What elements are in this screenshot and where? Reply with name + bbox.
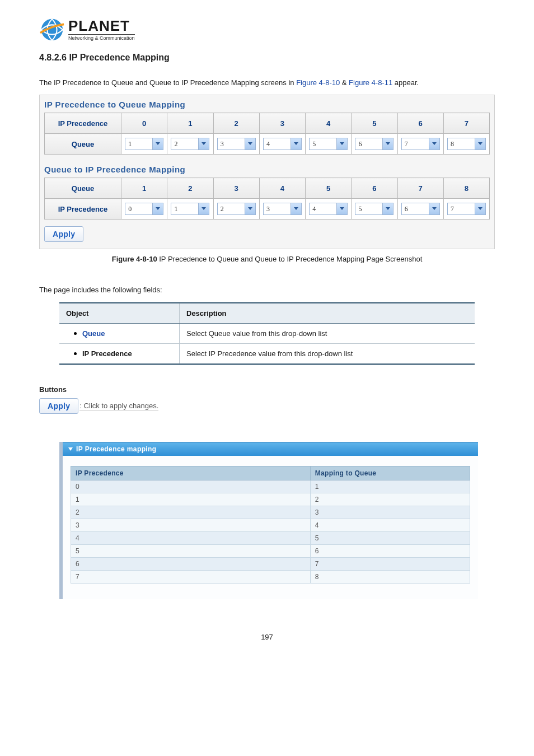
- status-panel: IP Precedence mapping IP Precedence Mapp…: [59, 442, 478, 599]
- prec-select-4[interactable]: 3: [263, 203, 302, 215]
- table-row: 67: [71, 558, 470, 571]
- fields-col-object: Object: [59, 303, 180, 324]
- prec-select-2[interactable]: 1: [171, 203, 209, 215]
- q2p-title: Queue to IP Precedence Mapping: [44, 165, 490, 174]
- queue-select-2[interactable]: 3: [217, 138, 256, 150]
- queue-select-5[interactable]: 6: [355, 138, 394, 150]
- caret-down-icon: [68, 447, 73, 451]
- figure-link-2[interactable]: Figure 4-8-11: [349, 78, 392, 87]
- p2q-table: IP Precedence 0 1 2 3 4 5 6 7 Queue 1 2 …: [44, 113, 490, 155]
- queue-select-6[interactable]: 7: [401, 138, 440, 150]
- prec-select-5[interactable]: 4: [309, 203, 348, 215]
- fields-col-desc: Description: [180, 303, 475, 324]
- queue-select-7[interactable]: 8: [447, 138, 486, 150]
- table-row: 78: [71, 571, 470, 584]
- chevron-down-icon: [152, 138, 163, 150]
- fields-intro: The page includes the following fields:: [39, 286, 495, 294]
- chevron-down-icon: [291, 138, 301, 150]
- chevron-down-icon: [475, 203, 485, 214]
- figure-caption: Figure 4-8-10 IP Precedence to Queue and…: [39, 255, 495, 263]
- chevron-down-icon: [152, 203, 163, 214]
- q2p-h6: 6: [352, 178, 397, 199]
- chevron-down-icon: [429, 138, 439, 150]
- q2p-h4: 4: [259, 178, 305, 199]
- chevron-down-icon: [382, 138, 393, 150]
- p2q-queue-label: Queue: [45, 134, 121, 155]
- chevron-down-icon: [291, 203, 301, 214]
- prec-select-6[interactable]: 5: [355, 203, 394, 215]
- p2q-h4: 4: [306, 113, 352, 134]
- p2q-h2: 2: [213, 113, 259, 134]
- p2q-h3: 3: [259, 113, 305, 134]
- table-row: 23: [71, 506, 470, 519]
- chevron-down-icon: [198, 138, 209, 150]
- q2p-h8: 8: [443, 178, 489, 199]
- p2q-title: IP Precedence to Queue Mapping: [44, 100, 490, 109]
- chevron-down-icon: [245, 138, 255, 150]
- chevron-down-icon: [336, 203, 347, 214]
- q2p-h5: 5: [306, 178, 352, 199]
- p2q-h1: 1: [167, 113, 213, 134]
- status-panel-header[interactable]: IP Precedence mapping: [63, 442, 478, 456]
- queue-select-0[interactable]: 1: [125, 138, 163, 150]
- chevron-down-icon: [336, 138, 347, 150]
- status-col-prec: IP Precedence: [71, 466, 311, 480]
- queue-select-4[interactable]: 5: [309, 138, 348, 150]
- prec-select-3[interactable]: 2: [217, 203, 256, 215]
- buttons-heading: Buttons: [39, 385, 495, 394]
- figure-link-1[interactable]: Figure 4-8-10: [296, 78, 340, 87]
- brand-text: PLANET: [68, 18, 135, 33]
- p2q-h5: 5: [352, 113, 397, 134]
- apply-button-small[interactable]: Apply: [39, 398, 78, 414]
- section-heading: 4.8.2.6 IP Precedence Mapping: [39, 53, 495, 63]
- apply-desc: : Click to apply changes.: [79, 402, 158, 411]
- fields-table: Object Description Queue Select Queue va…: [59, 302, 475, 365]
- q2p-prec-label: IP Precedence: [45, 199, 121, 220]
- brand-tagline: Networking & Communication: [68, 34, 135, 41]
- p2q-h7: 7: [443, 113, 489, 134]
- q2p-h2: 2: [167, 178, 213, 199]
- table-row: 34: [71, 519, 470, 532]
- chevron-down-icon: [429, 203, 439, 214]
- p2q-h6: 6: [397, 113, 443, 134]
- fields-desc-queue: Select Queue value from this drop-down l…: [180, 324, 475, 344]
- q2p-h7: 7: [397, 178, 443, 199]
- chevron-down-icon: [475, 138, 485, 150]
- q2p-h3: 3: [213, 178, 259, 199]
- p2q-rowlabel: IP Precedence: [45, 113, 121, 134]
- chevron-down-icon: [198, 203, 209, 214]
- queue-select-1[interactable]: 2: [171, 138, 209, 150]
- table-row: 01: [71, 480, 470, 493]
- status-col-queue: Mapping to Queue: [310, 466, 470, 480]
- fields-obj-queue: Queue: [59, 324, 180, 344]
- prec-select-7[interactable]: 6: [401, 203, 440, 215]
- brand-logo: PLANET Networking & Communication: [39, 17, 495, 43]
- chevron-down-icon: [245, 203, 255, 214]
- q2p-rowlabel: Queue: [45, 178, 121, 199]
- chevron-down-icon: [382, 203, 393, 214]
- status-table: IP Precedence Mapping to Queue 01 12 23 …: [71, 466, 470, 584]
- apply-button[interactable]: Apply: [44, 226, 83, 242]
- fields-obj-prec: IP Precedence: [59, 344, 180, 365]
- queue-select-3[interactable]: 4: [263, 138, 302, 150]
- q2p-table: Queue 1 2 3 4 5 6 7 8 IP Precedence 0 1 …: [44, 178, 490, 220]
- prec-select-1[interactable]: 0: [125, 203, 163, 215]
- table-row: 45: [71, 532, 470, 545]
- p2q-h0: 0: [121, 113, 167, 134]
- planet-globe-icon: [39, 17, 65, 43]
- prec-select-8[interactable]: 7: [447, 203, 486, 215]
- mapping-config-panel: IP Precedence to Queue Mapping IP Preced…: [39, 95, 495, 249]
- table-row: 56: [71, 545, 470, 558]
- fields-desc-prec: Select IP Precedence value from this dro…: [180, 344, 475, 365]
- intro-paragraph: The IP Precedence to Queue and Queue to …: [39, 78, 495, 87]
- table-row: 12: [71, 493, 470, 506]
- page-number: 197: [39, 633, 495, 641]
- q2p-h1: 1: [121, 178, 167, 199]
